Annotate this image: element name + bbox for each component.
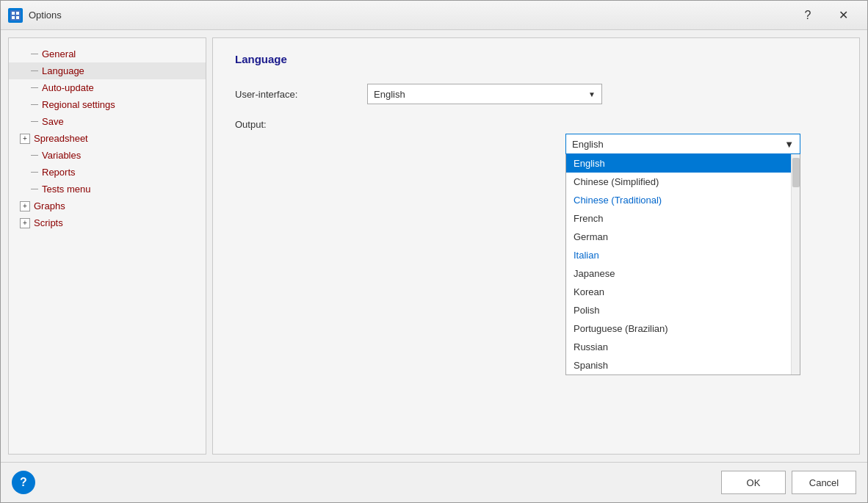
footer-left: ?	[12, 471, 35, 494]
dash-icon	[31, 87, 38, 88]
cancel-button[interactable]: Cancel	[792, 471, 856, 494]
close-button[interactable]: ✕	[826, 4, 860, 27]
dropdown-item-japanese[interactable]: Japanese	[566, 264, 791, 283]
sidebar-item-regional-settings[interactable]: Regional settings	[9, 96, 206, 113]
dash-icon	[31, 54, 38, 54]
sidebar-item-label: Reports	[42, 167, 76, 178]
expand-icon: +	[20, 134, 30, 144]
output-label: Output:	[235, 119, 352, 130]
dash-icon	[31, 121, 38, 122]
svg-rect-3	[12, 16, 15, 19]
titlebar: Options ? ✕	[1, 1, 867, 30]
output-value: English	[572, 139, 604, 150]
expand-icon: +	[20, 201, 30, 211]
svg-rect-1	[12, 12, 15, 15]
chevron-down-icon: ▼	[784, 139, 794, 150]
dropdown-scrollbar[interactable]	[791, 154, 800, 374]
dialog-body: General Language Auto-update Regional se…	[1, 30, 867, 462]
output-select[interactable]: English ▼	[565, 134, 800, 154]
svg-rect-2	[16, 12, 19, 15]
sidebar-item-label: Variables	[42, 150, 81, 161]
dash-icon	[31, 70, 38, 71]
sidebar-item-reports[interactable]: Reports	[9, 164, 206, 181]
footer-right: OK Cancel	[721, 471, 856, 494]
sidebar-item-save[interactable]: Save	[9, 113, 206, 130]
svg-rect-4	[16, 16, 19, 19]
sidebar-item-tests-menu[interactable]: Tests menu	[9, 181, 206, 198]
dropdown-item-spanish[interactable]: Spanish	[566, 356, 791, 374]
dropdown-item-german[interactable]: German	[566, 228, 791, 246]
sidebar-item-label: Save	[42, 116, 64, 127]
output-dropdown-list: English Chinese (Simplified) Chinese (Tr…	[565, 154, 800, 375]
dash-icon	[31, 172, 38, 173]
ok-button[interactable]: OK	[721, 471, 786, 494]
sidebar-item-scripts[interactable]: + Scripts	[9, 214, 206, 231]
dropdown-item-korean[interactable]: Korean	[566, 283, 791, 301]
sidebar-item-language[interactable]: Language	[9, 62, 206, 79]
main-panel: Language User-interface: English ▼ Outpu…	[212, 37, 860, 455]
dash-icon	[31, 155, 38, 156]
dropdown-item-chinese-traditional[interactable]: Chinese (Traditional)	[566, 191, 791, 209]
sidebar-item-label: General	[42, 48, 76, 59]
user-interface-row: User-interface: English ▼	[235, 84, 837, 104]
user-interface-select[interactable]: English ▼	[367, 84, 602, 104]
user-interface-label: User-interface:	[235, 89, 352, 100]
scrollbar-thumb	[792, 158, 800, 187]
dropdown-item-french[interactable]: French	[566, 209, 791, 228]
dialog-title: Options	[29, 10, 785, 21]
dropdown-item-portuguese-brazilian[interactable]: Portuguese (Brazilian)	[566, 319, 791, 338]
dropdown-item-english[interactable]: English	[566, 154, 791, 173]
dropdown-item-italian[interactable]: Italian	[566, 246, 791, 264]
expand-icon: +	[20, 218, 30, 228]
sidebar-item-label: Language	[42, 65, 84, 76]
section-title: Language	[235, 53, 837, 65]
user-interface-value: English	[374, 89, 405, 100]
dash-icon	[31, 104, 38, 105]
sidebar: General Language Auto-update Regional se…	[8, 37, 206, 455]
dialog-footer: ? OK Cancel	[1, 462, 867, 502]
dash-icon	[31, 189, 38, 189]
sidebar-item-spreadsheet[interactable]: + Spreadsheet	[9, 130, 206, 147]
output-row: Output: English ▼ English Chinese (Simpl…	[235, 119, 837, 130]
sidebar-item-graphs[interactable]: + Graphs	[9, 198, 206, 214]
help-button[interactable]: ?	[791, 4, 825, 27]
sidebar-item-label: Scripts	[34, 217, 63, 228]
output-dropdown-container: English ▼ English Chinese (Simplified) C…	[565, 134, 800, 375]
options-dialog: Options ? ✕ General Language Auto-update	[0, 0, 868, 503]
dropdown-item-chinese-simplified[interactable]: Chinese (Simplified)	[566, 173, 791, 191]
sidebar-item-variables[interactable]: Variables	[9, 147, 206, 164]
window-controls: ? ✕	[791, 4, 860, 27]
sidebar-item-label: Regional settings	[42, 99, 115, 110]
help-button[interactable]: ?	[12, 471, 35, 494]
sidebar-item-label: Spreadsheet	[34, 133, 88, 144]
sidebar-item-label: Tests menu	[42, 184, 90, 195]
app-icon	[8, 8, 23, 23]
sidebar-item-general[interactable]: General	[9, 46, 206, 62]
sidebar-item-label: Auto-update	[42, 82, 94, 93]
dropdown-item-russian[interactable]: Russian	[566, 338, 791, 356]
chevron-down-icon: ▼	[588, 90, 596, 98]
sidebar-item-auto-update[interactable]: Auto-update	[9, 79, 206, 96]
sidebar-item-label: Graphs	[34, 200, 65, 211]
dropdown-item-polish[interactable]: Polish	[566, 301, 791, 319]
